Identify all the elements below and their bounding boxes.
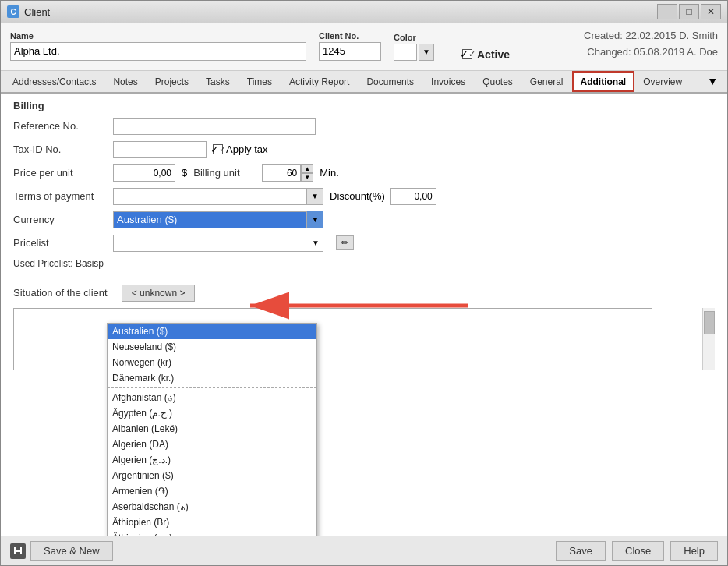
more-tabs-button[interactable]: ▼ (701, 72, 724, 90)
situation-label: Situation of the client (13, 287, 108, 299)
tab-invoices[interactable]: Invoices (422, 71, 474, 92)
price-currency: $ (182, 167, 187, 179)
tab-activity[interactable]: Activity Report (281, 71, 358, 92)
terms-of-payment-label: Terms of payment (13, 190, 107, 202)
tax-id-input[interactable] (113, 141, 207, 158)
tab-times[interactable]: Times (239, 71, 281, 92)
footer: Save & New Save Close Help (1, 536, 727, 565)
close-window-button[interactable]: ✕ (701, 4, 721, 19)
active-section: ✓ Active (462, 48, 510, 61)
discount-input[interactable] (390, 188, 436, 205)
dropdown-item-dzd[interactable]: Algerien (د.ج.) (108, 452, 316, 468)
tab-addresses[interactable]: Addresses/Contacts (4, 71, 104, 92)
save-new-button[interactable]: Save & New (30, 541, 113, 561)
dropdown-item-nok[interactable]: Norwegen (kr) (108, 355, 316, 370)
used-pricelist-row: Used Pricelist: Basisp (13, 258, 715, 269)
currency-label: Currency (13, 214, 107, 225)
maximize-button[interactable]: □ (679, 4, 699, 19)
dropdown-item-all[interactable]: Albanien (Lekë) (108, 421, 316, 437)
currency-select-wrapper: Australien ($) ▼ (113, 211, 323, 228)
dropdown-item-dzd-da[interactable]: Algerien (DA) (108, 437, 316, 452)
close-button[interactable]: Close (612, 541, 664, 561)
meta-info: Created: 22.02.2015 D. Smith Changed: 05… (584, 28, 718, 61)
tab-quotes[interactable]: Quotes (474, 71, 521, 92)
textarea-scrollbar (702, 308, 715, 370)
price-per-unit-label: Price per unit (13, 167, 107, 179)
currency-dropdown-arrow[interactable]: ▼ (306, 211, 323, 228)
name-input[interactable] (10, 42, 306, 61)
color-dropdown-button[interactable]: ▼ (419, 44, 434, 61)
tax-id-row: Tax-ID No. ✓ Apply tax (13, 141, 715, 158)
billing-unit-suffix: Min. (320, 167, 339, 179)
discount-section: Discount(%) (330, 188, 436, 205)
active-checkbox[interactable]: ✓ (462, 49, 472, 59)
billing-unit-label: Billing unit (193, 167, 256, 179)
save-button[interactable]: Save (556, 541, 606, 561)
apply-tax-checkbox[interactable]: ✓ (213, 144, 223, 154)
dropdown-item-etb[interactable]: Äthiopien (ብር) (108, 530, 316, 536)
tab-projects[interactable]: Projects (147, 71, 197, 92)
reference-no-row: Reference No. (13, 118, 715, 135)
dropdown-item-dkk[interactable]: Dänemark (kr.) (108, 370, 316, 386)
svg-rect-4 (16, 547, 20, 550)
currency-select-display[interactable]: Australien ($) (113, 211, 323, 228)
nav-tabs: Addresses/Contacts Notes Projects Tasks … (1, 71, 727, 94)
reference-no-label: Reference No. (13, 120, 107, 132)
help-button[interactable]: Help (670, 541, 718, 561)
created-info: Created: 22.02.2015 D. Smith (584, 28, 718, 44)
terms-dropdown-arrow[interactable]: ▼ (306, 188, 323, 205)
tab-documents[interactable]: Documents (358, 71, 422, 92)
spinner-up-button[interactable]: ▲ (301, 164, 313, 173)
color-control: ▼ (394, 44, 434, 61)
unknown-button[interactable]: < unknown > (122, 285, 196, 302)
price-per-unit-row: Price per unit $ Billing unit ▲ ▼ Min. (13, 164, 715, 182)
pricelist-label: Pricelist (13, 237, 107, 249)
pricelist-btn: ▼ (312, 239, 320, 247)
client-header: Name Client No. Color ▼ ✓ Active Created… (1, 23, 727, 71)
billing-title: Billing (13, 100, 715, 111)
app-icon: C (7, 5, 19, 18)
dropdown-item-egp[interactable]: Ägypten (ج.م.) (108, 405, 316, 421)
clientno-input[interactable] (319, 42, 381, 61)
clientno-label: Client No. (319, 31, 381, 41)
billing-unit-input[interactable] (262, 164, 301, 182)
color-box[interactable] (394, 44, 417, 61)
main-content: Billing Reference No. Tax-ID No. ✓ Apply… (1, 94, 727, 536)
pricelist-edit-buttons: ✏ (336, 235, 354, 250)
pricelist-select[interactable]: ▼ (113, 235, 323, 252)
tax-id-label: Tax-ID No. (13, 143, 107, 155)
dropdown-item-ars[interactable]: Argentinien ($) (108, 468, 316, 483)
tab-tasks[interactable]: Tasks (197, 71, 239, 92)
name-field-group: Name (10, 31, 306, 61)
name-label: Name (10, 31, 306, 41)
billing-section: Billing Reference No. Tax-ID No. ✓ Apply… (1, 94, 727, 281)
terms-select-wrapper: ▼ (113, 188, 323, 205)
price-per-unit-input[interactable] (113, 164, 175, 182)
dropdown-item-aud[interactable]: Australien ($) (108, 324, 316, 339)
save-icon (10, 543, 26, 559)
dropdown-item-nzd[interactable]: Neuseeland ($) (108, 339, 316, 355)
header-row: Name Client No. Color ▼ ✓ Active Created… (10, 28, 718, 61)
dropdown-separator-1 (108, 387, 316, 388)
tab-additional[interactable]: Additional (572, 71, 635, 92)
dropdown-item-azn[interactable]: Aserbaidschan (₼) (108, 499, 316, 515)
spinner-down-button[interactable]: ▼ (301, 173, 313, 182)
tab-notes[interactable]: Notes (104, 71, 146, 92)
window-title: Client (24, 6, 50, 18)
client-window: C Client ─ □ ✕ Name Client No. Color ▼ (0, 0, 728, 566)
terms-of-payment-row: Terms of payment ▼ Discount(%) (13, 188, 715, 205)
minimize-button[interactable]: ─ (657, 4, 677, 19)
dropdown-item-afn[interactable]: Afghanistan (؋) (108, 390, 316, 405)
pricelist-edit-button[interactable]: ✏ (336, 235, 354, 250)
dropdown-item-amd[interactable]: Armenien (֏) (108, 483, 316, 499)
dropdown-item-etb-br[interactable]: Äthiopien (Br) (108, 515, 316, 530)
discount-label: Discount(%) (330, 190, 385, 202)
terms-of-payment-input[interactable] (113, 188, 308, 205)
tab-general[interactable]: General (521, 71, 572, 92)
reference-no-input[interactable] (113, 118, 316, 135)
title-bar: C Client ─ □ ✕ (1, 1, 727, 23)
color-label: Color (394, 33, 434, 42)
svg-rect-3 (16, 552, 20, 556)
tab-overview[interactable]: Overview (634, 71, 691, 92)
situation-row: Situation of the client < unknown > (13, 285, 715, 302)
